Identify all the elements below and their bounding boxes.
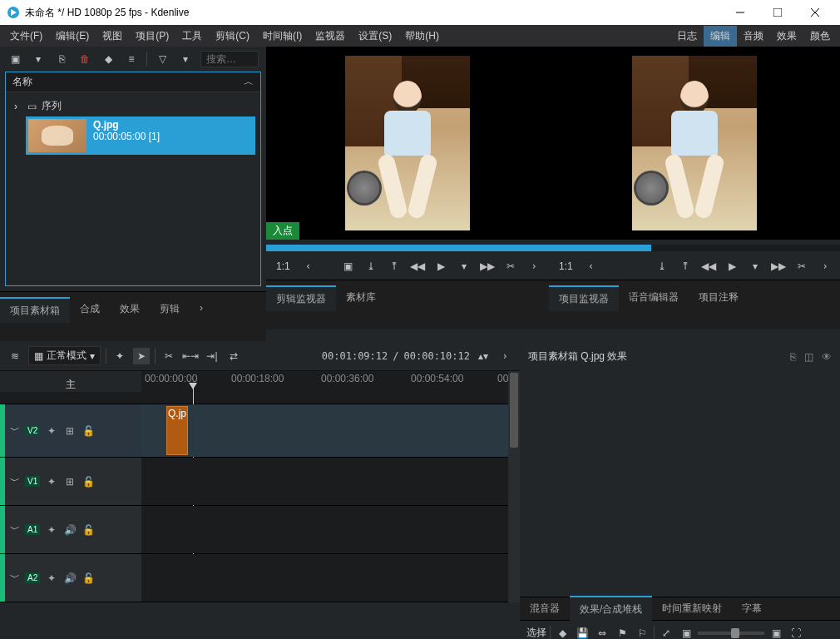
- track-header-a1[interactable]: ﹀ A1 ✦ 🔊 🔓: [0, 506, 141, 553]
- collapse-icon[interactable]: ︿: [244, 75, 254, 89]
- zoom-slider[interactable]: [698, 632, 764, 635]
- track-header-v1[interactable]: ﹀ V1 ✦ ⊞ 🔓: [0, 458, 141, 505]
- effects-icon[interactable]: ✦: [45, 524, 58, 536]
- minimize-button[interactable]: [721, 0, 758, 25]
- copy-icon[interactable]: ⎘: [790, 351, 796, 363]
- pointer-tool[interactable]: ➤: [133, 348, 150, 364]
- prev-button[interactable]: ‹: [581, 256, 601, 276]
- video-icon[interactable]: ⊞: [63, 425, 77, 437]
- chevron-down-icon[interactable]: ﹀: [10, 424, 20, 438]
- video-icon[interactable]: ⊞: [63, 476, 77, 488]
- tab-more[interactable]: ›: [190, 297, 213, 319]
- playhead-handle[interactable]: [189, 383, 197, 389]
- layout-effect[interactable]: 效果: [770, 26, 803, 47]
- eye-icon[interactable]: 👁: [822, 351, 832, 363]
- chevron-down-icon[interactable]: ﹀: [10, 523, 20, 537]
- timeline-scrollbar[interactable]: [508, 371, 520, 602]
- menu-help[interactable]: 帮助(H): [398, 26, 446, 47]
- bin-header[interactable]: 名称 ︿: [6, 72, 260, 92]
- effects-icon[interactable]: ✦: [45, 425, 58, 437]
- split-icon[interactable]: ◫: [804, 351, 813, 363]
- tag-button[interactable]: ◆: [100, 51, 116, 67]
- tab-clipprop[interactable]: 剪辑: [150, 297, 190, 321]
- lock-icon[interactable]: 🔓: [82, 425, 95, 437]
- chevron-down-icon[interactable]: ▾: [30, 51, 47, 67]
- timecode-position[interactable]: 00:01:09:12: [322, 350, 388, 362]
- menu-monitor[interactable]: 监视器: [309, 26, 352, 47]
- forward-button[interactable]: ▶▶: [477, 256, 497, 276]
- tab-project-bin[interactable]: 项目素材箱: [0, 297, 70, 323]
- layout-log[interactable]: 日志: [670, 26, 704, 47]
- set-out-button[interactable]: ⤒: [675, 256, 695, 276]
- zoom-in-icon[interactable]: ▣: [768, 625, 784, 640]
- set-in-button[interactable]: ⤓: [652, 256, 672, 276]
- spacer-tool[interactable]: ⇤⇥: [182, 348, 199, 364]
- tab-effect[interactable]: 效果: [110, 297, 150, 321]
- timeline-clip[interactable]: Q.jp: [166, 406, 188, 455]
- filter-button[interactable]: ▽: [154, 51, 170, 67]
- menu-tool[interactable]: 工具: [175, 26, 209, 47]
- lock-icon[interactable]: 🔓: [82, 572, 95, 584]
- search-input[interactable]: [200, 51, 259, 67]
- menu-settings[interactable]: 设置(S): [352, 26, 398, 47]
- zoom-level[interactable]: 1:1: [271, 260, 295, 272]
- chevron-down-icon[interactable]: ▾: [454, 256, 474, 276]
- add-clip-button[interactable]: ▣: [7, 51, 23, 67]
- tab-media-library[interactable]: 素材库: [336, 285, 386, 310]
- zoom-level[interactable]: 1:1: [554, 260, 578, 272]
- tab-voice-editor[interactable]: 语音编辑器: [619, 285, 689, 310]
- tab-effect-stack[interactable]: 效果/合成堆栈: [570, 596, 652, 622]
- insert-tool[interactable]: ⇥|: [204, 348, 220, 364]
- crop-icon[interactable]: ✂: [792, 256, 812, 276]
- project-monitor-scrub[interactable]: [549, 245, 840, 251]
- track-header-a2[interactable]: ﹀ A2 ✦ 🔊 🔓: [0, 554, 141, 602]
- snap-icon[interactable]: ⇔: [594, 625, 610, 640]
- set-out-button[interactable]: ⤒: [384, 256, 404, 276]
- next-button[interactable]: ›: [524, 256, 544, 276]
- project-monitor[interactable]: [549, 47, 840, 240]
- rewind-button[interactable]: ◀◀: [699, 256, 719, 276]
- crop-icon[interactable]: ✂: [501, 256, 521, 276]
- bin-clip-item[interactable]: Q.jpg 00:00:05:00 [1]: [26, 116, 255, 155]
- magic-button[interactable]: ✦: [111, 348, 128, 364]
- chevron-down-icon[interactable]: ﹀: [10, 571, 20, 585]
- new-folder-button[interactable]: ⎘: [53, 51, 70, 67]
- menu-timeline[interactable]: 时间轴(I): [256, 26, 309, 47]
- play-button[interactable]: ▶: [431, 256, 451, 276]
- prev-button[interactable]: ‹: [299, 256, 319, 276]
- audio-icon[interactable]: 🔊: [63, 524, 77, 536]
- list-view-button[interactable]: ≡: [123, 51, 140, 67]
- set-in-button[interactable]: ⤓: [361, 256, 381, 276]
- layout-edit[interactable]: 编辑: [704, 26, 737, 47]
- fullscreen-icon[interactable]: ⛶: [788, 625, 804, 640]
- stepper-icon[interactable]: ▴▾: [475, 348, 492, 364]
- tab-clip-monitor[interactable]: 剪辑监视器: [266, 285, 336, 311]
- track-compositing-button[interactable]: ≋: [7, 348, 23, 364]
- audio-icon[interactable]: 🔊: [63, 572, 77, 584]
- flag-icon[interactable]: ⚑: [614, 625, 630, 640]
- tab-mixer[interactable]: 混音器: [520, 597, 570, 621]
- timeline-ruler[interactable]: 主 00:00:00:00 00:00:18:00 00:00:36:00 00…: [0, 371, 508, 404]
- edit-mode-select[interactable]: ▦ 正常模式 ▾: [28, 346, 101, 365]
- fit-icon[interactable]: ⤢: [658, 625, 674, 640]
- clip-monitor[interactable]: 入点: [266, 47, 549, 240]
- lock-icon[interactable]: 🔓: [82, 524, 95, 536]
- bin-sequence-row[interactable]: › ▭ 序列: [11, 96, 255, 116]
- menu-clip[interactable]: 剪辑(C): [209, 26, 256, 47]
- delete-clip-button[interactable]: 🗑: [77, 51, 93, 67]
- in-point-button[interactable]: ▣: [338, 256, 358, 276]
- clip-monitor-scrub[interactable]: [266, 245, 549, 251]
- chevron-down-icon[interactable]: ▾: [745, 256, 765, 276]
- zoom-out-icon[interactable]: ▣: [678, 625, 694, 640]
- chevron-down-icon[interactable]: ▾: [177, 51, 194, 67]
- tab-project-monitor[interactable]: 项目监视器: [549, 285, 619, 311]
- menu-project[interactable]: 项目(P): [129, 26, 175, 47]
- overwrite-tool[interactable]: ⇄: [225, 348, 242, 364]
- layout-audio[interactable]: 音频: [737, 26, 770, 47]
- forward-button[interactable]: ▶▶: [768, 256, 788, 276]
- tab-project-notes[interactable]: 项目注释: [689, 285, 749, 310]
- menu-view[interactable]: 视图: [96, 26, 129, 47]
- save-icon[interactable]: 💾: [574, 625, 590, 640]
- rewind-button[interactable]: ◀◀: [408, 256, 427, 276]
- tab-compose[interactable]: 合成: [70, 297, 110, 321]
